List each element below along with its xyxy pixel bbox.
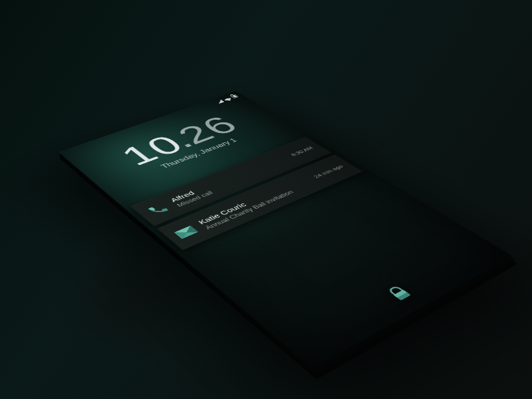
notification-timestamp: 24 min ago bbox=[313, 164, 344, 179]
notification-timestamp: 8:30 AM bbox=[290, 146, 315, 156]
status-bar bbox=[214, 94, 239, 104]
svg-marker-1 bbox=[174, 229, 190, 239]
lock-icon bbox=[386, 285, 413, 302]
wifi-icon bbox=[223, 97, 233, 102]
svg-marker-3 bbox=[178, 229, 198, 239]
svg-rect-4 bbox=[394, 290, 411, 301]
unlock-handle[interactable] bbox=[285, 239, 499, 358]
svg-marker-2 bbox=[182, 225, 198, 235]
cell-signal-icon bbox=[215, 100, 225, 104]
phone-icon bbox=[145, 202, 171, 217]
phone-lockscreen: 10.26 Thursday, January 1 Alfred Missed … bbox=[59, 91, 513, 369]
svg-rect-5 bbox=[394, 290, 408, 298]
svg-marker-0 bbox=[174, 225, 195, 236]
envelope-icon bbox=[173, 224, 200, 240]
